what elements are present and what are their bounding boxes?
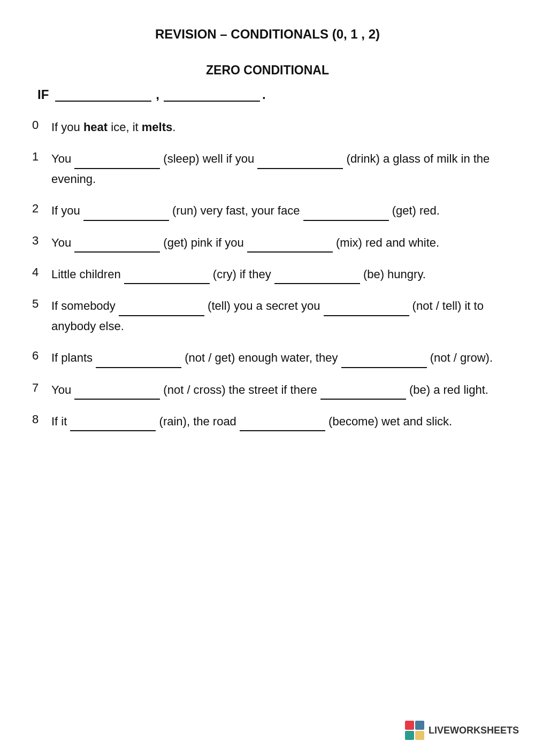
formula-blank-1[interactable]	[55, 88, 151, 102]
item-text: If somebody (tell) you a secret you (not…	[51, 296, 503, 336]
blank-1-1[interactable]	[74, 156, 160, 169]
item-text: If it (rain), the road (become) wet and …	[51, 411, 503, 431]
blank-2-1[interactable]	[83, 208, 169, 221]
item-text: You (not / cross) the street if there (b…	[51, 380, 503, 400]
blank-5-2[interactable]	[324, 303, 409, 316]
list-item: 1 You (sleep) well if you (drink) a glas…	[32, 149, 503, 189]
item-number: 3	[32, 233, 51, 248]
formula-row: IF , .	[37, 87, 503, 102]
item-text: If plants (not / get) enough water, they…	[51, 348, 503, 368]
exercise-list: 0 If you heat ice, it melts. 1 You (slee…	[32, 117, 503, 431]
list-item: 4 Little children (cry) if they (be) hun…	[32, 264, 503, 284]
blank-2-2[interactable]	[303, 208, 389, 221]
blank-7-1[interactable]	[74, 387, 160, 400]
item-text: You (sleep) well if you (drink) a glass …	[51, 149, 503, 189]
liveworksheets-branding: LIVEWORKSHEETS	[405, 721, 519, 740]
lw-icon-q2	[415, 721, 424, 730]
item-number: 1	[32, 149, 51, 164]
blank-7-2[interactable]	[320, 387, 406, 400]
blank-6-2[interactable]	[341, 355, 427, 368]
section-title: ZERO CONDITIONAL	[32, 63, 503, 78]
lw-icon	[405, 721, 424, 740]
blank-5-1[interactable]	[119, 303, 204, 316]
lw-icon-q3	[405, 731, 414, 740]
list-item: 2 If you (run) very fast, your face (get…	[32, 201, 503, 220]
item-number: 4	[32, 264, 51, 279]
item-number: 0	[32, 117, 51, 132]
list-item: 7 You (not / cross) the street if there …	[32, 380, 503, 400]
list-item: 3 You (get) pink if you (mix) red and wh…	[32, 233, 503, 253]
formula-comma: ,	[156, 87, 159, 102]
blank-3-1[interactable]	[74, 240, 160, 253]
page-title: REVISION – CONDITIONALS (0, 1 , 2)	[32, 27, 503, 42]
item-number: 2	[32, 201, 51, 216]
list-item: 6 If plants (not / get) enough water, th…	[32, 348, 503, 368]
list-item: 8 If it (rain), the road (become) wet an…	[32, 411, 503, 431]
item-text: Little children (cry) if they (be) hungr…	[51, 264, 503, 284]
lw-icon-q4	[415, 731, 424, 740]
item-number: 6	[32, 348, 51, 363]
if-label: IF	[37, 87, 49, 102]
item-text: If you heat ice, it melts.	[51, 117, 503, 137]
list-item: 0 If you heat ice, it melts.	[32, 117, 503, 137]
blank-6-1[interactable]	[96, 355, 181, 368]
blank-8-2[interactable]	[240, 418, 325, 431]
item-number: 5	[32, 296, 51, 311]
formula-period: .	[262, 87, 266, 102]
item-number: 7	[32, 380, 51, 395]
item-number: 8	[32, 411, 51, 426]
blank-4-1[interactable]	[124, 271, 210, 284]
blank-1-2[interactable]	[257, 156, 343, 169]
list-item: 5 If somebody (tell) you a secret you (n…	[32, 296, 503, 336]
blank-4-2[interactable]	[274, 271, 360, 284]
blank-3-2[interactable]	[247, 240, 333, 253]
blank-8-1[interactable]	[70, 418, 156, 431]
formula-blank-2[interactable]	[164, 88, 260, 102]
lw-label: LIVEWORKSHEETS	[429, 725, 519, 736]
item-text: You (get) pink if you (mix) red and whit…	[51, 233, 503, 253]
lw-icon-q1	[405, 721, 414, 730]
item-text: If you (run) very fast, your face (get) …	[51, 201, 503, 220]
